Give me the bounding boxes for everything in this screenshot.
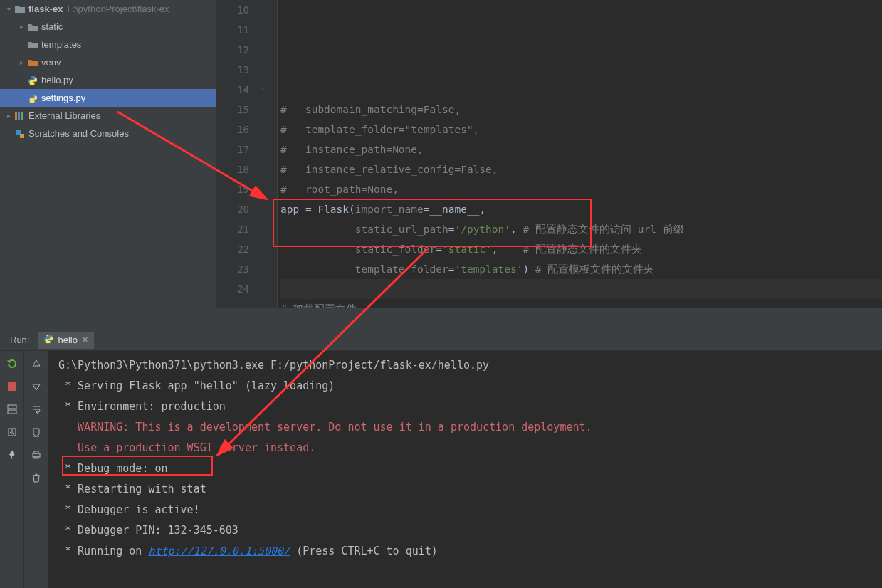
svg-rect-12 [34,451,38,453]
run-tab-bar: Run: hello ✕ [0,330,882,351]
code-line[interactable] [280,279,882,299]
code-line[interactable]: # subdomain_matching=False, [280,100,882,120]
stop-button[interactable] [5,379,19,394]
scratches-consoles[interactable]: Scratches and Consoles [0,125,216,142]
code-line[interactable]: static_url_path='/python', # 配置静态文件的访问 u… [280,219,882,239]
svg-point-6 [50,342,51,342]
caret-down-icon[interactable] [3,5,14,13]
tree-item-label: hello.py [41,75,73,85]
tree-item-label: static [41,21,63,32]
fold-end-icon[interactable]: ⌐ [262,83,266,92]
trash-button[interactable] [29,471,43,485]
folder-icon [27,21,38,33]
code-line[interactable]: # 加载配置文件 [280,299,882,308]
down-button[interactable] [29,379,43,394]
scratches-label: Scratches and Consoles [28,128,129,139]
python-icon [43,334,53,346]
print-button[interactable] [29,448,43,462]
layout-button[interactable] [5,402,19,416]
tree-item-label: venv [41,57,61,68]
svg-rect-2 [21,112,23,120]
tree-item-settings-py[interactable]: settings.py [0,89,216,107]
library-icon [14,110,26,122]
code-line[interactable]: # instance_path=None, [280,140,882,159]
pyfile-icon [27,93,38,104]
tree-item-venv[interactable]: venv [0,53,216,71]
external-libraries-label: External Libraries [28,110,100,121]
run-tool-column-1 [0,351,24,588]
pyfile-icon [27,75,38,86]
tree-item-label: templates [41,39,81,50]
folder-icon [14,4,26,15]
tree-root[interactable]: flask-ex F:\pythonProject\flask-ex [0,0,216,18]
close-tab-icon[interactable]: ✕ [82,335,88,345]
code-line[interactable]: # instance_relative_config=False, [280,159,882,179]
tree-root-hint: F:\pythonProject\flask-ex [67,4,169,14]
svg-rect-4 [20,134,24,138]
code-line[interactable]: # template_folder="templates", [280,120,882,140]
code-line[interactable]: template_folder='templates') # 配置模板文件的文件… [280,259,882,279]
caret-icon[interactable] [16,23,27,31]
code-line[interactable]: static_folder='static', # 配置静态文件的文件夹 [280,239,882,259]
pin-button[interactable] [5,448,19,462]
console-output[interactable]: G:\Python3\Python371\python3.exe F:/pyth… [48,351,882,588]
scratch-icon [14,128,26,140]
tree-item-label: settings.py [41,93,85,103]
svg-rect-8 [8,405,16,409]
svg-rect-7 [8,382,16,391]
soft-wrap-button[interactable] [29,402,43,416]
code-line[interactable]: app = Flask(import_name=__name__, [280,199,882,219]
fold-gutter: ⌐ [256,0,278,308]
tree-item-hello-py[interactable]: hello.py [0,71,216,89]
run-tab-label: hello [58,335,77,345]
code-editor[interactable]: 101112131415161718192021222324 ⌐ # subdo… [217,0,882,308]
code-line[interactable]: # root_path=None, [280,179,882,199]
run-tab-hello[interactable]: hello ✕ [38,332,93,349]
up-button[interactable] [29,357,43,371]
export-button[interactable] [5,425,19,439]
external-libraries[interactable]: External Libraries [0,107,216,125]
svg-rect-9 [8,410,16,414]
scroll-end-button[interactable] [29,425,43,439]
tree-item-templates[interactable]: templates [0,36,216,53]
folder-icon [27,39,38,51]
project-tree: flask-ex F:\pythonProject\flask-ex stati… [0,0,217,308]
svg-rect-1 [18,112,20,120]
line-number-gutter: 101112131415161718192021222324 [217,0,256,308]
svg-rect-0 [15,112,17,120]
panel-divider[interactable] [0,308,882,330]
run-tool-column-2 [24,351,48,588]
tree-item-static[interactable]: static [0,18,216,36]
run-label: Run: [4,335,35,345]
svg-point-5 [47,335,48,336]
server-url-link[interactable]: http://127.0.0.1:5000/ [148,545,290,557]
caret-right-icon[interactable] [3,112,14,120]
venv-icon [27,57,38,68]
caret-icon[interactable] [16,58,27,66]
rerun-button[interactable] [5,357,19,371]
tree-root-label: flask-ex [28,4,63,14]
